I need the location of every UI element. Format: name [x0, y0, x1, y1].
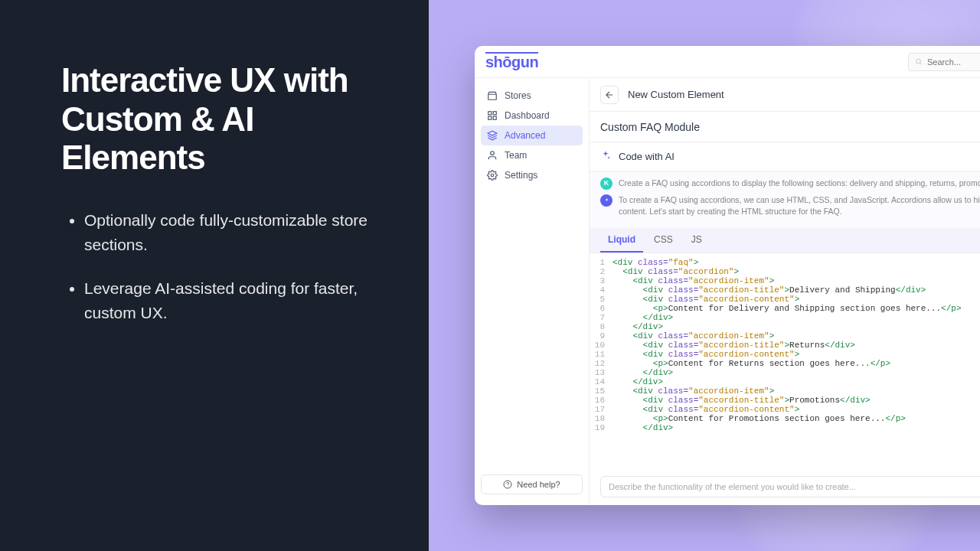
- code-line: 16 <div class="accordion-title">Promotio…: [590, 396, 980, 405]
- code-line: 19 </div>: [590, 423, 980, 432]
- app-window: shōgun StoresDashboardAdvancedTeamSettin…: [475, 46, 980, 505]
- tab-css[interactable]: CSS: [646, 228, 681, 253]
- code-line: 18 <p>Content for Promotions section goe…: [590, 414, 980, 423]
- ai-message-text: To create a FAQ using accordions, we can…: [619, 194, 980, 217]
- code-line: 6 <p>Content for Delivery and Shipping s…: [590, 304, 980, 313]
- svg-rect-3: [488, 112, 492, 115]
- sidebar-item-settings[interactable]: Settings: [481, 165, 583, 185]
- marketing-panel: Interactive UX with Custom & AI Elements…: [0, 0, 429, 551]
- ai-prompt-input[interactable]: Describe the functionality of the elemen…: [600, 476, 980, 497]
- user-message-text: Create a FAQ using accordions to display…: [619, 178, 980, 190]
- svg-line-1: [920, 63, 922, 64]
- bullet-2: Leverage AI-assisted coding for faster, …: [84, 276, 390, 326]
- code-line: 7 </div>: [590, 313, 980, 322]
- code-line: 15 <div class="accordion-item">: [590, 386, 980, 396]
- sidebar: StoresDashboardAdvancedTeamSettings Need…: [475, 78, 590, 505]
- svg-rect-5: [488, 116, 492, 119]
- search-box[interactable]: [908, 53, 980, 71]
- sidebar-item-dashboard[interactable]: Dashboard: [481, 106, 583, 126]
- sidebar-item-label: Settings: [505, 170, 537, 181]
- need-help-button[interactable]: Need help?: [481, 474, 583, 494]
- code-line: 13 </div>: [590, 368, 980, 377]
- tab-js[interactable]: JS: [684, 228, 710, 253]
- svg-marker-7: [488, 131, 497, 135]
- sparkle-icon: [600, 150, 611, 163]
- grid-icon: [487, 110, 498, 121]
- sidebar-item-label: Advanced: [505, 130, 545, 141]
- ai-message: To create a FAQ using accordions, we can…: [600, 194, 980, 217]
- code-line: 12 <p>Content for Returns section goes h…: [590, 359, 980, 368]
- svg-rect-4: [493, 112, 496, 115]
- code-editor[interactable]: 1<div class="faq">2 <div class="accordio…: [590, 253, 980, 470]
- sidebar-item-label: Dashboard: [505, 110, 550, 121]
- sidebar-item-team[interactable]: Team: [481, 145, 583, 165]
- need-help-label: Need help?: [517, 480, 560, 489]
- sidebar-item-stores[interactable]: Stores: [481, 86, 583, 106]
- marketing-bullets: Optionally code fully-customizable store…: [61, 208, 390, 326]
- svg-rect-2: [488, 94, 497, 99]
- sidebar-item-advanced[interactable]: Advanced: [481, 126, 583, 145]
- ai-sparkle-icon: [603, 197, 610, 204]
- tab-liquid[interactable]: Liquid: [600, 228, 643, 253]
- code-line: 17 <div class="accordion-content">: [590, 405, 980, 414]
- code-line: 1<div class="faq">: [590, 258, 980, 267]
- search-input[interactable]: [927, 57, 980, 67]
- sidebar-item-label: Stores: [505, 90, 531, 101]
- ai-avatar: [600, 194, 612, 207]
- code-line: 10 <div class="accordion-title">Returns<…: [590, 341, 980, 350]
- preview-panel: shōgun StoresDashboardAdvancedTeamSettin…: [429, 0, 980, 551]
- code-line: 5 <div class="accordion-content">: [590, 295, 980, 304]
- svg-point-8: [491, 152, 495, 155]
- gear-icon: [487, 170, 498, 181]
- user-avatar: K: [600, 178, 612, 190]
- breadcrumb-bar: New Custom Element: [590, 78, 980, 112]
- code-tabs: Liquid CSS JS: [590, 228, 980, 253]
- code-line: 8 </div>: [590, 322, 980, 331]
- main-panel: New Custom Element Code with AI: [590, 78, 980, 505]
- svg-point-9: [491, 174, 494, 177]
- code-with-ai-row[interactable]: Code with AI: [590, 142, 980, 171]
- code-line: 4 <div class="accordion-title">Delivery …: [590, 285, 980, 295]
- arrow-left-icon: [604, 90, 615, 100]
- element-name-row: [590, 112, 980, 142]
- layers-icon: [487, 130, 498, 141]
- topbar: shōgun: [475, 46, 980, 78]
- code-line: 2 <div class="accordion">: [590, 267, 980, 276]
- code-line: 11 <div class="accordion-content">: [590, 350, 980, 359]
- marketing-heading: Interactive UX with Custom & AI Elements: [61, 61, 390, 178]
- logo: shōgun: [485, 52, 538, 71]
- user-icon: [487, 150, 498, 161]
- store-icon: [487, 90, 498, 101]
- sidebar-item-label: Team: [505, 150, 527, 161]
- page-title: New Custom Element: [628, 89, 724, 100]
- svg-rect-6: [493, 116, 496, 119]
- back-button[interactable]: [600, 86, 619, 104]
- bullet-1: Optionally code fully-customizable store…: [84, 208, 390, 258]
- svg-point-0: [916, 59, 921, 64]
- ai-chat: K Create a FAQ using accordions to displ…: [590, 171, 980, 228]
- element-name-input[interactable]: [600, 121, 980, 133]
- code-with-ai-label: Code with AI: [619, 151, 675, 162]
- user-message: K Create a FAQ using accordions to displ…: [600, 178, 980, 190]
- help-icon: [503, 480, 512, 489]
- code-line: 14 </div>: [590, 377, 980, 386]
- search-icon: [915, 57, 923, 66]
- code-line: 9 <div class="accordion-item">: [590, 331, 980, 341]
- code-line: 3 <div class="accordion-item">: [590, 276, 980, 285]
